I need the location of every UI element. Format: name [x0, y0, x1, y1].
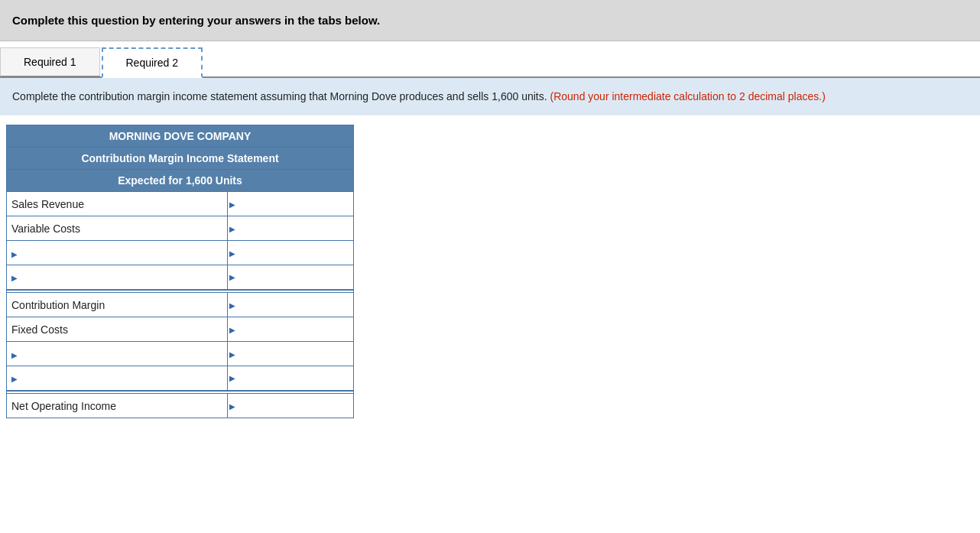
row-label-fixed-costs: Fixed Costs: [7, 317, 228, 342]
input-label-empty1[interactable]: [21, 247, 200, 259]
row-label-empty2[interactable]: ▶: [7, 265, 228, 290]
company-row: MORNING DOVE COMPANY: [7, 125, 354, 148]
row-label-variable-costs: Variable Costs: [7, 216, 228, 241]
banner-text: Complete this question by entering your …: [12, 14, 380, 27]
input-label-empty2[interactable]: [21, 271, 200, 283]
input-variable-costs[interactable]: [232, 219, 349, 237]
row-input-fixed-costs[interactable]: [228, 317, 354, 342]
row-input-empty4[interactable]: [228, 366, 354, 391]
row-label-empty1[interactable]: ▶: [7, 241, 228, 265]
input-empty4[interactable]: [232, 369, 349, 387]
row-label-empty3[interactable]: ▶: [7, 342, 228, 366]
table-row-contribution-margin: Contribution Margin: [7, 293, 354, 317]
table-row: ▶: [7, 265, 354, 290]
row-input-contribution-margin[interactable]: [228, 293, 354, 317]
table-row-fixed-costs: Fixed Costs: [7, 317, 354, 342]
input-empty3[interactable]: [232, 345, 349, 362]
content-area: MORNING DOVE COMPANY Contribution Margin…: [0, 115, 980, 427]
row-input-net-operating-income[interactable]: [228, 394, 354, 418]
tab-required2[interactable]: Required 2: [102, 47, 203, 78]
title-row: Contribution Margin Income Statement: [7, 148, 354, 170]
company-name: MORNING DOVE COMPANY: [7, 125, 354, 148]
row-label-net-operating-income: Net Operating Income: [7, 394, 228, 418]
tab-required1[interactable]: Required 1: [0, 47, 100, 76]
table-title: Contribution Margin Income Statement: [7, 148, 354, 170]
table-row: ▶: [7, 241, 354, 265]
tabs-bar: Required 1 Required 2: [0, 41, 980, 78]
input-sales-revenue[interactable]: [232, 195, 349, 213]
input-fixed-costs[interactable]: [232, 320, 349, 338]
row-label-empty4[interactable]: ▶: [7, 366, 228, 391]
instructions: Complete the contribution margin income …: [0, 78, 980, 115]
table-row: Variable Costs: [7, 216, 354, 241]
row-input-variable-costs[interactable]: [228, 216, 354, 241]
table-row: ▶: [7, 342, 354, 366]
table-row-net-operating-income: Net Operating Income: [7, 394, 354, 418]
input-label-empty3[interactable]: [21, 348, 200, 360]
subtitle-row: Expected for 1,600 Units: [7, 170, 354, 192]
table-subtitle: Expected for 1,600 Units: [7, 170, 354, 192]
row-input-empty1[interactable]: [228, 241, 354, 265]
row-label-sales-revenue: Sales Revenue: [7, 192, 228, 216]
row-input-empty2[interactable]: [228, 265, 354, 290]
row-input-empty3[interactable]: [228, 342, 354, 366]
top-banner: Complete this question by entering your …: [0, 0, 980, 41]
instructions-note: (Round your intermediate calculation to …: [547, 90, 826, 102]
income-table: MORNING DOVE COMPANY Contribution Margin…: [6, 125, 354, 418]
input-label-empty4[interactable]: [21, 372, 200, 384]
instructions-main: Complete the contribution margin income …: [12, 90, 547, 102]
table-row: Sales Revenue: [7, 192, 354, 216]
input-empty1[interactable]: [232, 244, 349, 262]
row-label-contribution-margin: Contribution Margin: [7, 293, 228, 317]
input-contribution-margin[interactable]: [232, 296, 349, 314]
input-empty2[interactable]: [232, 268, 349, 286]
input-net-operating-income[interactable]: [232, 397, 349, 414]
row-input-sales-revenue[interactable]: [228, 192, 354, 216]
table-row: ▶: [7, 366, 354, 391]
